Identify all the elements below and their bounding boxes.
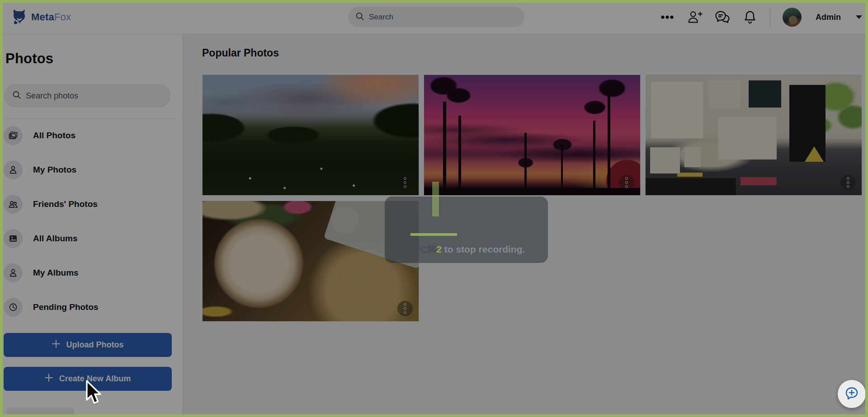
more-vertical-icon[interactable] bbox=[397, 301, 413, 316]
sidebar-item-my-albums[interactable]: My Albums bbox=[0, 256, 183, 290]
top-bar: MetaFox bbox=[0, 0, 868, 34]
photo-search[interactable] bbox=[5, 84, 170, 107]
sidebar-nav: All Photos My Photos Friends' Photos bbox=[0, 118, 183, 324]
plus-icon bbox=[45, 374, 53, 384]
more-horizontal-icon[interactable] bbox=[660, 9, 675, 25]
more-vertical-icon[interactable] bbox=[619, 175, 634, 190]
chevron-down-icon[interactable] bbox=[856, 15, 862, 19]
brand-logo[interactable]: MetaFox bbox=[11, 0, 71, 34]
photo-thumbnail[interactable] bbox=[202, 75, 419, 196]
user-name[interactable]: Admin bbox=[816, 13, 841, 22]
search-icon bbox=[12, 90, 21, 101]
notifications-icon[interactable] bbox=[742, 9, 758, 25]
countdown-digit-underline bbox=[410, 233, 457, 236]
sidebar-item-my-photos[interactable]: My Photos bbox=[0, 153, 183, 187]
plus-icon bbox=[52, 340, 60, 350]
user-avatar[interactable] bbox=[783, 8, 802, 27]
user-icon bbox=[4, 263, 23, 282]
photo-search-input[interactable] bbox=[26, 91, 163, 101]
header-actions: Admin bbox=[660, 0, 862, 34]
messages-icon[interactable] bbox=[715, 9, 730, 25]
global-search[interactable] bbox=[348, 7, 524, 27]
app-window: MetaFox bbox=[0, 0, 868, 417]
page-title: Photos bbox=[5, 51, 183, 67]
upload-photos-button[interactable]: Upload Photos bbox=[4, 333, 172, 357]
photo-thumbnail[interactable] bbox=[424, 75, 641, 196]
more-vertical-icon[interactable] bbox=[397, 175, 413, 190]
add-friend-icon[interactable] bbox=[687, 9, 703, 25]
countdown-digit-1 bbox=[432, 182, 439, 216]
brand-name: MetaFox bbox=[31, 11, 71, 23]
photos-sidebar: Photos All Photos bbox=[0, 34, 183, 417]
search-icon bbox=[355, 12, 364, 23]
sidebar-item-label: All Albums bbox=[33, 234, 78, 244]
sidebar-scroll-edge bbox=[6, 408, 74, 414]
shortcut-modifier-keys: ⌥⌘ bbox=[416, 244, 436, 254]
global-search-input[interactable] bbox=[369, 13, 517, 22]
album-icon bbox=[4, 229, 23, 248]
new-message-icon bbox=[844, 386, 859, 403]
fox-logo-icon bbox=[11, 8, 28, 27]
friends-icon bbox=[4, 195, 23, 214]
header-divider bbox=[770, 8, 770, 27]
create-new-album-button[interactable]: Create New Album bbox=[4, 367, 172, 391]
sidebar-item-all-photos[interactable]: All Photos bbox=[0, 118, 183, 153]
more-vertical-icon[interactable] bbox=[840, 175, 856, 190]
recording-toast-message: Press ⌥⌘2 to stop recording. bbox=[387, 244, 525, 255]
sidebar-item-label: Friends' Photos bbox=[33, 199, 98, 209]
sidebar-item-label: All Photos bbox=[33, 131, 75, 141]
sidebar-item-friends-photos[interactable]: Friends' Photos bbox=[0, 187, 183, 221]
section-title: Popular Photos bbox=[202, 47, 868, 59]
sidebar-item-label: Pending Photos bbox=[33, 302, 99, 312]
shortcut-key: 2 bbox=[436, 244, 442, 254]
photos-icon bbox=[4, 126, 23, 145]
sidebar-item-label: My Albums bbox=[33, 268, 79, 278]
sidebar-item-pending-photos[interactable]: Pending Photos bbox=[0, 290, 183, 324]
new-message-fab[interactable] bbox=[838, 380, 866, 408]
sidebar-item-label: My Photos bbox=[33, 165, 76, 175]
clock-icon bbox=[4, 298, 23, 317]
user-icon bbox=[4, 160, 23, 179]
photo-thumbnail[interactable] bbox=[645, 75, 862, 196]
sidebar-item-all-albums[interactable]: All Albums bbox=[0, 221, 183, 256]
